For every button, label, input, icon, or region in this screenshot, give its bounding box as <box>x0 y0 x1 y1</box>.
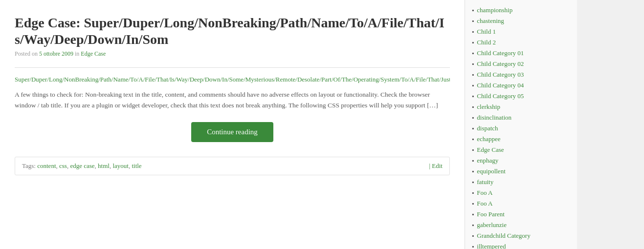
sidebar-item-child-category-05[interactable]: Child Category 05 <box>477 92 524 100</box>
sidebar-list-item: clerkship <box>470 102 577 112</box>
sidebar-list-item: Child Category 01 <box>470 48 577 59</box>
sidebar-list-item: championship <box>470 5 577 16</box>
sidebar-item-foo-a[interactable]: Foo A <box>477 200 492 208</box>
tag-content[interactable]: content <box>37 162 56 169</box>
edit-link[interactable]: | Edit <box>429 162 443 170</box>
sidebar-item-child-category-02[interactable]: Child Category 02 <box>477 60 524 68</box>
sidebar: championshipchasteningChild 1Child 2Chil… <box>465 0 577 249</box>
sidebar-item-gaberlunzie[interactable]: gaberlunzie <box>477 221 507 229</box>
tag-html[interactable]: html <box>98 162 110 169</box>
posted-on-label: Posted on <box>15 50 38 57</box>
sidebar-list-item: dispatch <box>470 123 577 134</box>
continue-reading-wrap: Continue reading <box>15 122 450 142</box>
continue-reading-button[interactable]: Continue reading <box>191 122 273 142</box>
tags-bar: Tags: content, css, edge case, html, lay… <box>15 157 450 175</box>
sidebar-item-clerkship[interactable]: clerkship <box>477 103 500 111</box>
sidebar-item-child-category-04[interactable]: Child Category 04 <box>477 82 524 89</box>
long-path-text: Super/Duper/Long/NonBreaking/Path/Name/T… <box>15 76 450 83</box>
tag-css[interactable]: css <box>59 162 67 169</box>
sidebar-item-equipollent[interactable]: equipollent <box>477 167 506 175</box>
sidebar-item-enphagy[interactable]: enphagy <box>477 157 498 165</box>
post-body-text: A few things to check for: Non-breaking … <box>15 91 438 109</box>
main-content: Edge Case: Super/Duper/Long/NonBreaking/… <box>0 0 465 249</box>
sidebar-item-fatuity[interactable]: fatuity <box>477 178 493 186</box>
sidebar-item-championship[interactable]: championship <box>477 6 512 14</box>
sidebar-list-item: Child Category 02 <box>470 59 577 69</box>
sidebar-list-item: illtempered <box>470 241 577 249</box>
sidebar-list-item: gaberlunzie <box>470 220 577 230</box>
post-category-link[interactable]: Edge Case <box>81 50 106 57</box>
tag-edge-case[interactable]: edge case <box>70 162 94 169</box>
post-meta: Posted on 5 ottobre 2009 in Edge Case <box>15 50 450 58</box>
sidebar-list-item: chastening <box>470 16 577 26</box>
sidebar-list-item: Child Category 04 <box>470 80 577 91</box>
sidebar-item-dispatch[interactable]: dispatch <box>477 124 498 132</box>
post-date-link[interactable]: 5 ottobre 2009 <box>39 50 73 57</box>
sidebar-item-edge-case[interactable]: Edge Case <box>477 146 504 154</box>
sidebar-item-child-category-01[interactable]: Child Category 01 <box>477 49 524 57</box>
sidebar-list-item: Child 2 <box>470 37 577 48</box>
sidebar-list-item: Foo A <box>470 187 577 198</box>
sidebar-item-illtempered[interactable]: illtempered <box>477 243 506 249</box>
sidebar-list-item: echappee <box>470 134 577 145</box>
meta-in: in <box>75 50 79 57</box>
sidebar-list-item: disinclination <box>470 112 577 123</box>
tags-label: Tags: <box>22 162 36 169</box>
sidebar-item-disinclination[interactable]: disinclination <box>477 114 511 122</box>
sidebar-item-child-1[interactable]: Child 1 <box>477 28 496 36</box>
sidebar-item-child-2[interactable]: Child 2 <box>477 39 496 46</box>
sidebar-list-item: equipollent <box>470 166 577 177</box>
sidebar-list-item: Grandchild Category <box>470 230 577 241</box>
post-divider <box>15 67 450 68</box>
sidebar-list-item: Edge Case <box>470 145 577 155</box>
sidebar-item-child-category-03[interactable]: Child Category 03 <box>477 71 524 79</box>
sidebar-list-item: Child Category 03 <box>470 69 577 80</box>
sidebar-list-item: fatuity <box>470 177 577 187</box>
sidebar-list: championshipchasteningChild 1Child 2Chil… <box>470 5 577 249</box>
sidebar-item-chastening[interactable]: chastening <box>477 17 504 25</box>
tag-title[interactable]: title <box>132 162 141 169</box>
tag-layout[interactable]: layout <box>112 162 129 169</box>
sidebar-item-echappee[interactable]: echappee <box>477 135 500 143</box>
sidebar-list-item: Foo Parent <box>470 209 577 220</box>
sidebar-list-item: enphagy <box>470 155 577 166</box>
sidebar-list-item: Child 1 <box>470 26 577 37</box>
sidebar-list-item: Child Category 05 <box>470 91 577 102</box>
sidebar-list-item: Foo A <box>470 198 577 209</box>
sidebar-item-foo-a[interactable]: Foo A <box>477 189 492 197</box>
post-body: A few things to check for: Non-breaking … <box>15 89 450 110</box>
tags-content: Tags: content, css, edge case, html, lay… <box>22 162 142 170</box>
sidebar-item-foo-parent[interactable]: Foo Parent <box>477 210 505 218</box>
sidebar-item-grandchild-category[interactable]: Grandchild Category <box>477 232 530 240</box>
post-title: Edge Case: Super/Duper/Long/NonBreaking/… <box>15 15 450 47</box>
